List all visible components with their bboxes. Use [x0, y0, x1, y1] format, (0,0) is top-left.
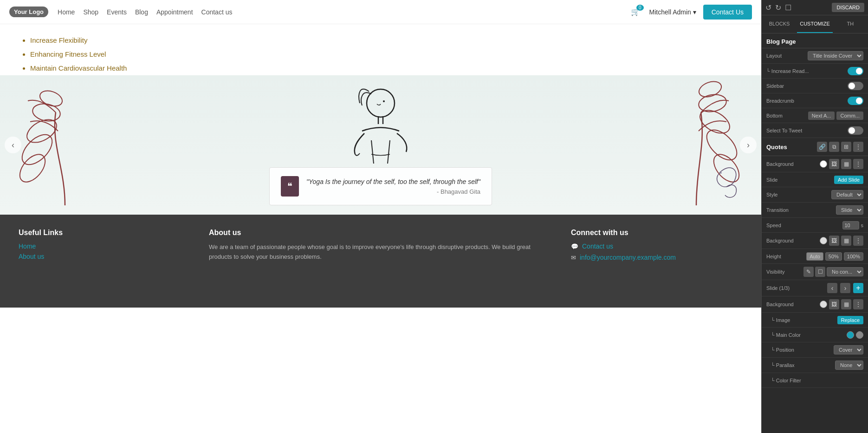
footer: Useful Links Home About us About us We a…	[0, 215, 761, 308]
position-select[interactable]: Cover	[834, 345, 863, 354]
main-color-teal[interactable]	[847, 331, 854, 339]
breadcrumb-label: Breadcrumb	[766, 98, 794, 104]
height-group: Auto 50% 100%	[806, 252, 863, 261]
about-title: About us	[209, 229, 552, 237]
slide-label: Slide	[766, 177, 777, 183]
bg2-more-btn[interactable]: ⋮	[853, 236, 863, 246]
undo-icon[interactable]: ↺	[765, 3, 771, 12]
bg-more-icon-btn[interactable]: ⋮	[853, 159, 863, 169]
add-slide-btn[interactable]: Add Slide	[834, 176, 863, 184]
parallax-select[interactable]: None	[835, 361, 863, 370]
image-label: └ Image	[766, 317, 790, 323]
redo-icon[interactable]: ↻	[775, 3, 781, 12]
nav-appointment[interactable]: Appointment	[156, 8, 193, 16]
svg-point-3	[38, 88, 64, 109]
bg-image-icon-btn[interactable]: 🖼	[829, 159, 839, 169]
height-50-btn[interactable]: 50%	[825, 252, 842, 261]
vis-edit-btn[interactable]: ✎	[803, 267, 814, 277]
vis-mobile-btn[interactable]: ☐	[815, 267, 825, 277]
bottom-btns: Next A... Comm...	[808, 112, 863, 120]
cart-icon[interactable]: 🛒0	[631, 7, 640, 16]
slide-prev-btn[interactable]: ‹	[827, 283, 837, 293]
sidebar-toggle[interactable]	[848, 82, 863, 90]
footer-link-home[interactable]: Home	[19, 243, 190, 250]
connect-email-link[interactable]: info@yourcompany.example.com	[580, 254, 676, 261]
vis-select[interactable]: No con...	[827, 267, 863, 276]
mobile-view-icon[interactable]: ☐	[785, 3, 791, 12]
main-color-label: └ Main Color	[766, 332, 801, 338]
nav-home[interactable]: Home	[58, 8, 75, 16]
panel-tabs: BLOCKS CUSTOMIZE TH	[762, 15, 868, 33]
panel-top-bar: ↺ ↻ ☐ DISCARD	[762, 0, 868, 15]
height-auto-btn[interactable]: Auto	[806, 252, 823, 261]
color-filter-label: └ Color Filter	[766, 378, 801, 383]
slide-next-btn[interactable]: ›	[840, 283, 850, 293]
panel-row-main-color: └ Main Color	[762, 328, 868, 342]
link-icon-btn[interactable]: 🔗	[817, 142, 827, 152]
slide-add-new-btn[interactable]: +	[853, 283, 863, 293]
tab-th[interactable]: TH	[833, 15, 868, 33]
main-color-gray[interactable]	[856, 331, 863, 339]
quotes-icon-group: 🔗 ⧉ ⊞ ⋮	[817, 142, 863, 152]
panel-row-increase-read: └ Increase Read...	[762, 64, 868, 79]
copy-icon-btn[interactable]: ⧉	[829, 142, 839, 152]
more-icon-btn[interactable]: ⋮	[853, 142, 863, 152]
increase-read-toggle[interactable]	[848, 67, 863, 75]
transition-select[interactable]: Slide	[836, 205, 863, 215]
tab-customize[interactable]: CUSTOMIZE	[797, 15, 833, 33]
connect-contact-link[interactable]: Contact us	[582, 243, 613, 250]
bg3-label: Background	[766, 302, 794, 307]
slide-nav-title: Slide (1/3)	[766, 285, 790, 291]
layout-select[interactable]: Title Inside Cover	[808, 51, 863, 60]
bg2-label: Background	[766, 238, 794, 243]
tab-blocks[interactable]: BLOCKS	[762, 15, 797, 33]
bg-color-circle[interactable]	[820, 160, 827, 168]
bg2-image-btn[interactable]: 🖼	[829, 236, 839, 246]
height-100-btn[interactable]: 100%	[844, 252, 863, 261]
panel-row-slide: Slide Add Slide	[762, 172, 868, 187]
replace-btn[interactable]: Replace	[837, 316, 863, 324]
bullet-list: Increase Flexibility Enhancing Fitness L…	[19, 33, 743, 75]
site-nav: Your Logo Home Shop Events Blog Appointm…	[0, 0, 761, 24]
panel-row-speed: Speed s	[762, 218, 868, 233]
panel-row-transition: Transition Slide	[762, 203, 868, 218]
footer-about: About us We are a team of passionate peo…	[209, 229, 552, 294]
position-label: └ Position	[766, 347, 794, 353]
bg-grid-icon-btn[interactable]: ▦	[841, 159, 851, 169]
right-panel: ↺ ↻ ☐ DISCARD BLOCKS CUSTOMIZE TH Blog P…	[761, 0, 868, 433]
contact-button[interactable]: Contact Us	[703, 5, 752, 20]
breadcrumb-toggle[interactable]	[848, 97, 863, 105]
expand-icon-btn[interactable]: ⊞	[841, 142, 851, 152]
speed-control: s	[842, 221, 864, 230]
speed-input[interactable]	[842, 221, 859, 230]
email-icon: ✉	[571, 254, 576, 261]
bg2-color-circle[interactable]	[820, 237, 827, 244]
bottom-comm-btn[interactable]: Comm...	[836, 112, 863, 120]
bg2-grid-btn[interactable]: ▦	[841, 236, 851, 246]
layout-label: Layout	[766, 53, 782, 59]
panel-row-slide-nav: Slide (1/3) ‹ › +	[762, 280, 868, 296]
nav-blog[interactable]: Blog	[135, 8, 148, 16]
bg3-grid-btn[interactable]: ▦	[841, 299, 851, 309]
bg3-more-btn[interactable]: ⋮	[853, 299, 863, 309]
style-select[interactable]: Default	[831, 190, 863, 199]
panel-row-bottom: Bottom Next A... Comm...	[762, 108, 868, 123]
select-tweet-toggle[interactable]	[848, 126, 863, 135]
bg-quotes-icons: 🖼 ▦ ⋮	[820, 159, 863, 169]
bottom-next-btn[interactable]: Next A...	[808, 112, 835, 120]
nav-events[interactable]: Events	[107, 8, 127, 16]
bg3-color-circle[interactable]	[820, 301, 827, 308]
discard-button[interactable]: DISCARD	[832, 3, 864, 12]
bullet-item-1: Increase Flexibility	[30, 33, 743, 47]
panel-row-position: └ Position Cover	[762, 342, 868, 358]
admin-dropdown[interactable]: Mitchell Admin ▾	[649, 8, 696, 16]
nav-shop[interactable]: Shop	[83, 8, 98, 16]
footer-link-about[interactable]: About us	[19, 253, 190, 260]
nav-contact[interactable]: Contact us	[201, 8, 233, 16]
panel-row-bg2: Background 🖼 ▦ ⋮	[762, 233, 868, 249]
connect-email-item: ✉ info@yourcompany.example.com	[571, 254, 743, 261]
panel-row-sidebar: Sidebar	[762, 79, 868, 93]
panel-row-color-filter: └ Color Filter	[762, 373, 868, 388]
useful-links-title: Useful Links	[19, 229, 190, 237]
bg3-image-btn[interactable]: 🖼	[829, 299, 839, 309]
